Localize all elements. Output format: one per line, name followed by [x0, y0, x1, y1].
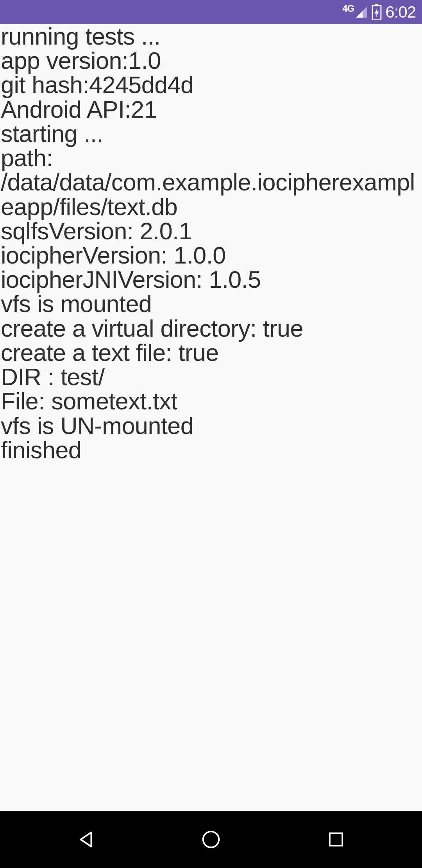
log-line: iocipherVersion: 1.0.0 — [1, 243, 421, 267]
log-line: vfs is mounted — [1, 292, 421, 316]
log-line: DIR : test/ — [1, 365, 421, 389]
home-button[interactable] — [172, 820, 250, 859]
recent-apps-icon — [327, 830, 345, 849]
status-bar: 4G 6:02 — [0, 0, 422, 24]
log-line: starting ... — [1, 122, 421, 146]
svg-rect-3 — [330, 833, 342, 846]
back-icon — [75, 829, 97, 850]
log-line: iocipherJNIVersion: 1.0.5 — [1, 267, 421, 292]
navigation-bar — [0, 811, 422, 868]
log-line: vfs is UN-mounted — [1, 414, 421, 438]
log-line: finished — [1, 438, 421, 462]
cellular-signal-icon — [355, 5, 368, 19]
log-line: running tests ... — [1, 24, 421, 48]
log-line: create a virtual directory: true — [1, 316, 421, 341]
network-type-label: 4G — [342, 3, 354, 14]
log-line: app version:1.0 — [1, 48, 421, 73]
battery-charging-icon — [371, 4, 382, 20]
clock-time: 6:02 — [385, 3, 416, 22]
log-line: create a text file: true — [1, 341, 421, 365]
log-line: git hash:4245dd4d — [1, 73, 421, 97]
log-line: Android API:21 — [1, 97, 421, 122]
recent-apps-button[interactable] — [297, 820, 375, 859]
log-output: running tests ... app version:1.0 git ha… — [0, 24, 422, 462]
back-button[interactable] — [47, 820, 125, 859]
home-icon — [200, 829, 222, 850]
log-line: sqlfsVersion: 2.0.1 — [1, 219, 421, 243]
log-line: path: /data/data/com.example.iocipherexa… — [1, 146, 421, 219]
log-line: File: sometext.txt — [1, 389, 421, 413]
svg-rect-1 — [376, 4, 378, 6]
svg-point-2 — [203, 832, 219, 848]
